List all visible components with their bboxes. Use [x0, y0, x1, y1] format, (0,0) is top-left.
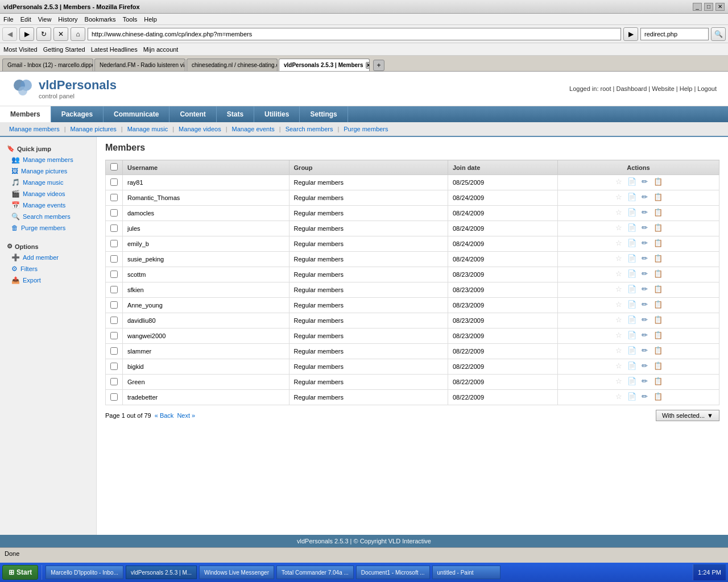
- view-icon-3[interactable]: 📄: [627, 223, 637, 234]
- tab-1[interactable]: Nederland.FM - Radio luisteren via Inte.…: [94, 59, 185, 71]
- menu-view[interactable]: View: [38, 16, 52, 23]
- delete-icon-10[interactable]: 📋: [653, 331, 663, 341]
- menu-history[interactable]: History: [58, 16, 77, 23]
- star-icon-2[interactable]: ☆: [614, 208, 624, 218]
- star-icon-9[interactable]: ☆: [614, 315, 624, 326]
- nav-content[interactable]: Content: [169, 106, 216, 122]
- edit-icon-12[interactable]: ✏: [640, 361, 650, 372]
- sidebar-item-manage-music[interactable]: 🎵 Manage music: [0, 177, 96, 188]
- window-controls[interactable]: _ □ ✕: [693, 3, 725, 11]
- edit-icon-6[interactable]: ✏: [640, 269, 650, 280]
- star-icon-0[interactable]: ☆: [614, 177, 624, 188]
- edit-icon-8[interactable]: ✏: [640, 300, 650, 310]
- star-icon-3[interactable]: ☆: [614, 223, 624, 234]
- sidebar-item-export[interactable]: 📤 Export: [0, 275, 96, 286]
- edit-icon-14[interactable]: ✏: [640, 392, 650, 402]
- row-checkbox-3[interactable]: [106, 221, 123, 236]
- star-icon-8[interactable]: ☆: [614, 300, 624, 310]
- nav-utilities[interactable]: Utilities: [254, 106, 300, 122]
- row-select-1[interactable]: [110, 194, 118, 201]
- menu-file[interactable]: File: [3, 16, 14, 23]
- view-icon-10[interactable]: 📄: [627, 331, 637, 341]
- sidebar-item-purge-members[interactable]: 🗑 Purge members: [0, 222, 96, 234]
- address-bar[interactable]: [88, 28, 621, 40]
- star-icon-13[interactable]: ☆: [614, 377, 624, 387]
- delete-icon-1[interactable]: 📋: [653, 193, 663, 203]
- back-button[interactable]: ◀: [2, 27, 17, 41]
- sidebar-item-add-member[interactable]: ➕ Add member: [0, 252, 96, 263]
- delete-icon-12[interactable]: 📋: [653, 361, 663, 372]
- view-icon-0[interactable]: 📄: [627, 177, 637, 188]
- subnav-manage-music[interactable]: Manage music: [124, 124, 172, 134]
- tab-3[interactable]: vldPersonals 2.5.3 | Members ✕: [279, 59, 370, 71]
- home-button[interactable]: ⌂: [71, 27, 85, 41]
- star-icon-5[interactable]: ☆: [614, 254, 624, 264]
- row-checkbox-7[interactable]: [106, 282, 123, 298]
- row-select-9[interactable]: [110, 317, 118, 324]
- row-checkbox-11[interactable]: [106, 344, 123, 359]
- nav-communicate[interactable]: Communicate: [104, 106, 169, 122]
- view-icon-14[interactable]: 📄: [627, 392, 637, 402]
- row-select-4[interactable]: [110, 240, 118, 247]
- row-select-10[interactable]: [110, 332, 118, 339]
- edit-icon-4[interactable]: ✏: [640, 239, 650, 249]
- select-all-checkbox[interactable]: [110, 163, 118, 171]
- close-button[interactable]: ✕: [715, 3, 725, 11]
- star-icon-4[interactable]: ☆: [614, 239, 624, 249]
- sidebar-item-manage-pictures[interactable]: 🖼 Manage pictures: [0, 165, 96, 177]
- row-select-0[interactable]: [110, 178, 118, 186]
- edit-icon-3[interactable]: ✏: [640, 223, 650, 234]
- next-link[interactable]: Next »: [177, 412, 195, 419]
- edit-icon-13[interactable]: ✏: [640, 377, 650, 387]
- delete-icon-5[interactable]: 📋: [653, 254, 663, 264]
- delete-icon-7[interactable]: 📋: [653, 285, 663, 295]
- menu-edit[interactable]: Edit: [20, 16, 31, 23]
- row-select-3[interactable]: [110, 225, 118, 232]
- view-icon-11[interactable]: 📄: [627, 346, 637, 356]
- view-icon-6[interactable]: 📄: [627, 269, 637, 280]
- edit-icon-0[interactable]: ✏: [640, 177, 650, 188]
- subnav-search-members[interactable]: Search members: [282, 124, 337, 134]
- row-select-2[interactable]: [110, 209, 118, 217]
- view-icon-13[interactable]: 📄: [627, 377, 637, 387]
- row-checkbox-10[interactable]: [106, 329, 123, 344]
- row-checkbox-13[interactable]: [106, 375, 123, 390]
- delete-icon-4[interactable]: 📋: [653, 239, 663, 249]
- minimize-button[interactable]: _: [693, 3, 702, 11]
- row-checkbox-5[interactable]: [106, 252, 123, 267]
- view-icon-5[interactable]: 📄: [627, 254, 637, 264]
- sidebar-item-manage-videos[interactable]: 🎬 Manage videos: [0, 188, 96, 199]
- search-bar[interactable]: [640, 28, 709, 40]
- nav-members[interactable]: Members: [0, 106, 51, 122]
- edit-icon-7[interactable]: ✏: [640, 285, 650, 295]
- row-select-8[interactable]: [110, 301, 118, 309]
- go-button[interactable]: ▶: [623, 27, 638, 41]
- menu-tools[interactable]: Tools: [123, 16, 138, 23]
- row-select-12[interactable]: [110, 363, 118, 370]
- bookmark-getting-started[interactable]: Getting Started: [43, 46, 85, 53]
- menu-help[interactable]: Help: [144, 16, 157, 23]
- bookmark-latest-headlines[interactable]: Latest Headlines: [91, 46, 138, 53]
- star-icon-1[interactable]: ☆: [614, 193, 624, 203]
- row-checkbox-0[interactable]: [106, 175, 123, 190]
- edit-icon-11[interactable]: ✏: [640, 346, 650, 356]
- delete-icon-11[interactable]: 📋: [653, 346, 663, 356]
- edit-icon-1[interactable]: ✏: [640, 193, 650, 203]
- star-icon-11[interactable]: ☆: [614, 346, 624, 356]
- star-icon-6[interactable]: ☆: [614, 269, 624, 280]
- view-icon-9[interactable]: 📄: [627, 315, 637, 326]
- row-select-5[interactable]: [110, 255, 118, 263]
- row-checkbox-2[interactable]: [106, 206, 123, 221]
- edit-icon-9[interactable]: ✏: [640, 315, 650, 326]
- edit-icon-10[interactable]: ✏: [640, 331, 650, 341]
- delete-icon-9[interactable]: 📋: [653, 315, 663, 326]
- star-icon-12[interactable]: ☆: [614, 361, 624, 372]
- view-icon-2[interactable]: 📄: [627, 208, 637, 218]
- row-checkbox-9[interactable]: [106, 313, 123, 329]
- tab-2[interactable]: chinesedating.nl / chinese-dating.com ..…: [187, 59, 278, 71]
- bookmark-mijn-account[interactable]: Mijn account: [143, 46, 179, 53]
- delete-icon-0[interactable]: 📋: [653, 177, 663, 188]
- row-checkbox-1[interactable]: [106, 190, 123, 206]
- star-icon-14[interactable]: ☆: [614, 392, 624, 402]
- new-tab-button[interactable]: +: [373, 60, 384, 71]
